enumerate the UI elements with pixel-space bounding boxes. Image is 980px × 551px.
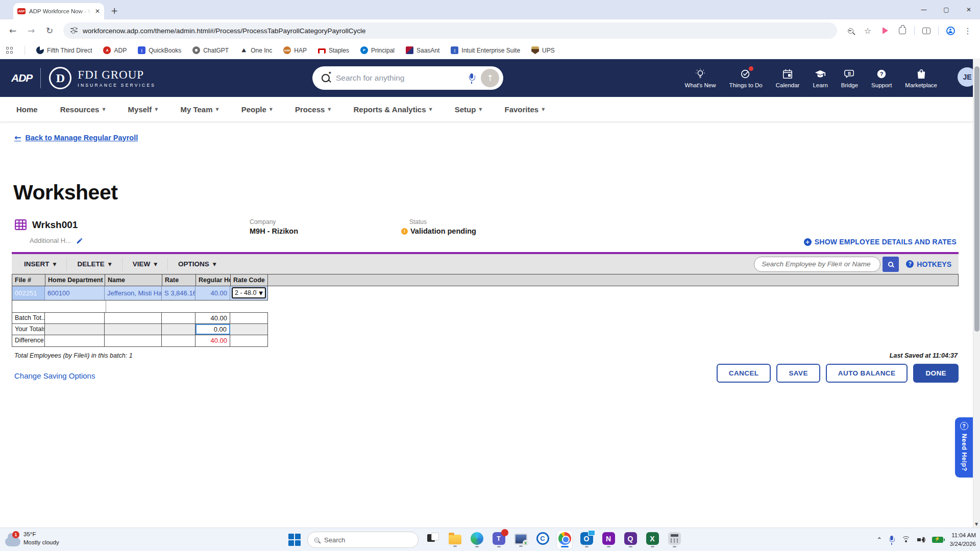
q-app-button[interactable]: Q xyxy=(623,531,638,549)
nav-people[interactable]: People▼ xyxy=(241,105,273,114)
employee-search-input[interactable] xyxy=(754,257,880,272)
pink-extension-icon[interactable] xyxy=(878,27,892,34)
file-explorer-button[interactable] xyxy=(447,531,462,549)
profile-icon[interactable] xyxy=(943,27,958,35)
bridge-button[interactable]: B Bridge xyxy=(841,68,858,88)
edge-button[interactable] xyxy=(469,531,484,549)
bookmark-principal[interactable]: PPrincipal xyxy=(360,46,395,54)
calendar-button[interactable]: Calendar xyxy=(776,68,800,88)
nav-resources[interactable]: Resources▼ xyxy=(60,105,106,114)
learn-button[interactable]: Learn xyxy=(813,68,827,88)
bookmark-chatgpt[interactable]: ChatGPT xyxy=(192,46,229,54)
rate-code-dropdown[interactable]: 2 - 48.07 ▼ xyxy=(232,287,266,298)
save-button[interactable]: SAVE xyxy=(776,364,820,383)
done-button[interactable]: DONE xyxy=(913,364,959,383)
window-close-button[interactable]: ✕ xyxy=(958,0,980,19)
global-search-input[interactable] xyxy=(336,73,462,83)
col-rate-code[interactable]: Rate Code xyxy=(231,274,268,286)
edit-pencil-icon[interactable] xyxy=(76,237,83,244)
employee-search-button[interactable] xyxy=(883,257,899,272)
page-scrollbar[interactable]: ▼ xyxy=(973,59,980,528)
microphone-tray-icon[interactable] xyxy=(889,536,894,544)
bookmark-fifth-third[interactable]: Fifth Third Direct xyxy=(36,46,92,54)
tray-chevron-icon[interactable]: ⌃ xyxy=(877,536,882,543)
col-home-department[interactable]: Home Department xyxy=(45,274,105,286)
bookmark-staples[interactable]: Staples xyxy=(318,47,349,54)
browser-tab[interactable]: ADP ADP Workforce Now - Workshe ✕ xyxy=(13,3,104,19)
cancel-button[interactable]: CANCEL xyxy=(717,364,771,383)
support-button[interactable]: ? Support xyxy=(871,68,892,88)
menu-dots-icon[interactable]: ⋮ xyxy=(961,26,975,36)
new-tab-button[interactable]: + xyxy=(108,6,120,16)
forward-button[interactable]: → xyxy=(23,23,39,38)
search-submit-icon[interactable]: ↑ xyxy=(481,69,499,87)
zoom-icon[interactable] xyxy=(843,28,857,34)
nav-home[interactable]: Home xyxy=(16,105,38,114)
back-button[interactable]: ← xyxy=(5,23,20,38)
cell-rate[interactable]: S 3,846.16 xyxy=(162,286,195,300)
battery-icon[interactable] xyxy=(932,537,943,543)
show-employee-details-link[interactable]: + SHOW EMPLOYEE DETAILS AND RATES xyxy=(804,238,957,246)
cell-regular-hours[interactable]: 40.00 xyxy=(195,286,230,300)
nav-process[interactable]: Process▼ xyxy=(295,105,331,114)
insert-menu-button[interactable]: INSERT▼ xyxy=(14,258,67,271)
bookmark-star-icon[interactable]: ☆ xyxy=(861,26,875,36)
bookmark-saasant[interactable]: SaasAnt xyxy=(406,46,439,54)
bookmark-quickbooks[interactable]: |QuickBooks xyxy=(138,46,181,54)
chrome-button[interactable] xyxy=(557,531,572,549)
back-to-manage-payroll-link[interactable]: ← Back to Manage Regular Payroll xyxy=(14,133,138,142)
whats-new-button[interactable]: What's New xyxy=(685,68,716,88)
need-help-tab[interactable]: ? Need Help? xyxy=(955,417,973,478)
cell-home-department[interactable]: 600100 xyxy=(45,286,105,300)
teams-button[interactable]: T xyxy=(491,531,506,549)
url-bar[interactable]: workforcenow.adp.com/theme/admin.html#/P… xyxy=(63,22,837,39)
microphone-icon[interactable] xyxy=(469,73,475,83)
things-to-do-button[interactable]: Things to Do xyxy=(729,68,763,88)
view-menu-button[interactable]: VIEW▼ xyxy=(122,258,168,271)
url-text[interactable]: workforcenow.adp.com/theme/admin.html#/P… xyxy=(83,27,365,35)
window-maximize-button[interactable]: ▢ xyxy=(935,0,958,19)
bookmark-ups[interactable]: UPS xyxy=(531,46,555,54)
site-info-icon[interactable] xyxy=(70,28,78,34)
extensions-puzzle-icon[interactable] xyxy=(895,27,910,34)
tab-close-icon[interactable]: ✕ xyxy=(95,8,100,15)
excel-button[interactable]: X xyxy=(645,531,660,549)
wifi-icon[interactable] xyxy=(901,536,911,543)
outlook-button[interactable]: O xyxy=(579,531,594,549)
your-totals-hours-input[interactable]: 0.00 xyxy=(195,324,230,335)
col-file-number[interactable]: File # xyxy=(12,274,45,286)
table-row[interactable]: 002251 600100 Jefferson, Misti Hale S 3,… xyxy=(12,286,268,300)
nav-setup[interactable]: Setup▼ xyxy=(455,105,482,114)
onenote-button[interactable]: N xyxy=(601,531,616,549)
nav-my-team[interactable]: My Team▼ xyxy=(180,105,218,114)
reload-button[interactable]: ↻ xyxy=(42,23,57,38)
speaker-icon[interactable] xyxy=(917,536,925,543)
side-panel-icon[interactable] xyxy=(919,28,934,34)
apps-grid-icon[interactable] xyxy=(6,47,13,54)
window-minimize-button[interactable]: — xyxy=(913,0,935,19)
global-search[interactable]: ↑ xyxy=(312,66,503,90)
cell-name[interactable]: Jefferson, Misti Hale xyxy=(105,286,162,300)
nav-favorites[interactable]: Favorites▼ xyxy=(504,105,545,114)
calculator-button[interactable] xyxy=(667,531,682,549)
col-regular-hours[interactable]: Regular Hours xyxy=(196,274,231,286)
remote-desktop-button[interactable] xyxy=(513,531,528,549)
delete-menu-button[interactable]: DELETE▼ xyxy=(67,258,122,271)
bookmark-adp[interactable]: AADP xyxy=(103,46,127,54)
cell-file-number[interactable]: 002251 xyxy=(12,286,45,300)
taskbar-clock[interactable]: 11:04 AM 3/24/2026 xyxy=(950,531,976,548)
c-app-button[interactable]: C xyxy=(535,531,550,549)
bookmark-hap[interactable]: HAPHAP xyxy=(283,46,307,54)
col-rate[interactable]: Rate xyxy=(162,274,196,286)
scroll-down-arrow-icon[interactable]: ▼ xyxy=(975,522,978,527)
taskbar-weather-widget[interactable]: 1 35°F Mostly cloudy xyxy=(5,531,59,546)
marketplace-button[interactable]: Marketplace xyxy=(905,68,937,88)
bookmark-one-inc[interactable]: ⛰One Inc xyxy=(240,46,272,54)
hotkeys-button[interactable]: ? HOTKEYS xyxy=(906,260,951,268)
bookmark-intuit[interactable]: |Intuit Enterprise Suite xyxy=(451,46,520,54)
col-name[interactable]: Name xyxy=(105,274,162,286)
task-view-button[interactable] xyxy=(425,531,440,549)
auto-balance-button[interactable]: AUTO BALANCE xyxy=(826,364,908,383)
options-menu-button[interactable]: OPTIONS▼ xyxy=(168,258,227,271)
nav-myself[interactable]: Myself▼ xyxy=(128,105,158,114)
